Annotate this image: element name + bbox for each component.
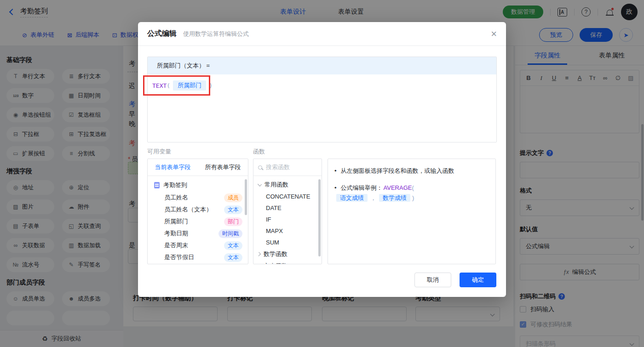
formula-target: 所属部门（文本） = [148,57,496,74]
example-function: AVERAGE [384,183,412,193]
formula-function: TEXT [152,82,167,89]
function-item-sum[interactable]: SUM [253,237,322,248]
formula-expression[interactable]: TEXT ( 所属部门 ) [148,74,496,97]
variable-item[interactable]: 是否周末 文本 [148,239,248,251]
help-tip: 从左侧面板选择字段名和函数，或输入函数 [341,166,454,176]
cancel-button[interactable]: 取消 [414,273,451,287]
modal-subtitle: 使用数学运算符编辑公式 [183,30,249,38]
tab-all-form-fields[interactable]: 所有表单字段 [198,159,248,176]
field-type-badge: 成员 [224,193,242,202]
field-type-badge: 文本 [224,253,242,262]
variable-tree-root[interactable]: 考勤签到 [148,179,248,192]
field-type-badge: 文本 [224,241,242,250]
function-item-concatenate[interactable]: CONCATENATE [253,191,322,202]
function-item-if[interactable]: IF [253,214,322,225]
close-icon[interactable]: × [491,29,497,39]
app-screen: 考勤签到 表单设计 表单设置 数据管理 A ? 政 ⊘ 表单外链 ⊠ 后端脚本 … [0,0,644,347]
scrollbar-thumb[interactable] [318,179,321,256]
function-search-input[interactable]: 搜索函数 [253,159,322,176]
function-group[interactable]: 常用函数 [253,179,322,191]
confirm-button[interactable]: 确定 [460,273,496,287]
function-item-mapx[interactable]: MAPX [253,225,322,237]
tree-chevron-icon [257,252,261,256]
variable-item[interactable]: 所属部门 部门 [148,216,248,228]
search-icon [258,165,262,170]
formula-help-panel: • 从左侧面板选择字段名和函数，或输入函数 • 公式编辑举例： AVERAGE … [328,159,496,264]
field-type-badge: 部门 [224,217,242,226]
function-item-date[interactable]: DATE [253,202,322,214]
modal-title: 公式编辑 [147,29,177,39]
example-field-token[interactable]: 语文成绩 [336,194,368,202]
formula-input-area[interactable]: 所属部门（文本） = TEXT ( 所属部门 ) [147,57,497,142]
tree-chevron-icon [257,264,261,264]
bullet: • [334,183,337,193]
variables-panel: 当前表单字段 所有表单字段 考勤签到 员工姓名 成员 员工姓名（文本） 文本 所… [147,159,248,264]
functions-panel: 搜索函数 常用函数 CONCATENATEDATEIFMAPXSUM 数学函数 … [253,159,322,264]
variable-item[interactable]: 考勤日期 时间戳 [148,228,248,239]
help-example-prefix: 公式编辑举例： [341,183,383,193]
formula-editor-modal: 公式编辑 使用数学运算符编辑公式 × 所属部门（文本） = TEXT ( 所属部… [138,22,506,297]
field-type-badge: 文本 [224,205,242,214]
variables-label: 可用变量 [147,148,171,156]
separator: ， [370,194,376,201]
function-group[interactable]: 数学函数 [253,248,322,260]
variable-item[interactable]: 员工姓名 成员 [148,192,248,204]
tab-current-form-fields[interactable]: 当前表单字段 [148,159,198,176]
bullet: • [334,166,337,176]
scrollbar-thumb[interactable] [245,179,247,215]
functions-label: 函数 [253,148,265,156]
function-group[interactable]: 文本函数 [253,260,322,264]
tree-chevron-icon [258,182,262,186]
variable-item[interactable]: 员工姓名（文本） 文本 [148,204,248,216]
formula-field-token[interactable]: 所属部门 [173,80,206,91]
form-doc-icon [154,182,160,188]
field-type-badge: 时间戳 [218,229,242,238]
variable-item[interactable]: 是否节假日 文本 [148,251,248,263]
search-placeholder: 搜索函数 [266,163,290,171]
example-field-token[interactable]: 数学成绩 [379,194,410,202]
